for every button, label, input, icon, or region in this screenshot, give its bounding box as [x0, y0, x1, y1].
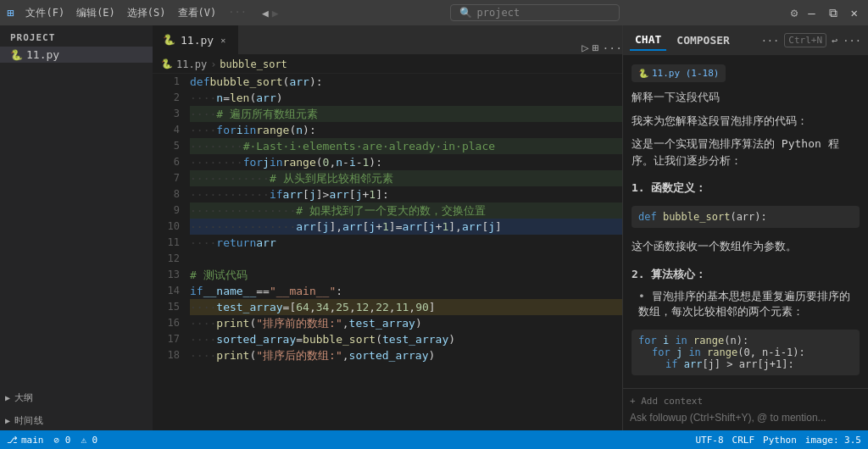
search-bar[interactable]: 🔍 project	[450, 4, 620, 21]
bullet-text: 冒泡排序的基本思想是重复遍历要排序的数组，每次比较相邻的两个元素：	[638, 290, 850, 318]
code-block-line-3: if arr[j] > arr[j+1]:	[638, 358, 853, 370]
ln-9: 9	[153, 202, 180, 219]
code-line-1: def bubble_sort(arr):	[190, 74, 622, 90]
ln-8: 8	[153, 186, 180, 202]
code-line-16: ····print("排序前的数组:", test_array)	[190, 315, 622, 331]
branch-name: main	[21, 435, 44, 446]
status-encoding[interactable]: UTF-8	[695, 435, 723, 446]
chat-section1-code: def bubble_sort(arr):	[632, 206, 860, 228]
bullet-dot: •	[638, 290, 652, 302]
code-line-4: ····for i in range(n):	[190, 122, 622, 138]
tab-11py[interactable]: 🐍 11.py ✕	[153, 25, 238, 54]
chat-assistant-desc: 这是一个实现冒泡排序算法的 Python 程序。让我们逐步分析：	[632, 136, 860, 169]
sidebar-timeline[interactable]: ▶ 时间线	[0, 411, 153, 430]
ln-1: 1	[153, 74, 180, 90]
settings-icon[interactable]: ⚙	[791, 6, 798, 19]
minimize-btn[interactable]: —	[804, 4, 818, 21]
tab-close-btn[interactable]: ✕	[219, 35, 227, 46]
code-block-line-1: for i in range(n):	[638, 335, 853, 346]
menu-view[interactable]: 查看(V)	[173, 4, 222, 22]
editor-area: 🐍 11.py ✕ ▷ ⊞ ··· 🐍 11.py › bubble_sort …	[153, 25, 622, 430]
code-block-line-2: for j in range(0, n-i-1):	[638, 346, 853, 358]
status-line-ending[interactable]: CRLF	[732, 435, 755, 446]
tab-file-icon: 🐍	[163, 34, 175, 46]
code-content[interactable]: def bubble_sort(arr): ····n = len(arr) ·…	[185, 74, 622, 430]
code-editor[interactable]: 1 2 3 4 5 6 7 8 9 10 11 12 13 14 15 16 1…	[153, 74, 622, 430]
status-branch[interactable]: ⎇ main	[7, 435, 44, 446]
status-language[interactable]: Python	[763, 435, 797, 446]
more-icon[interactable]: ···	[603, 42, 622, 54]
menu-bar: 文件(F) 编辑(E) 选择(S) 查看(V) ···	[20, 4, 251, 22]
chat-section1-title: 1. 函数定义：	[632, 180, 860, 196]
timeline-label: 时间线	[14, 414, 44, 427]
git-icon: ⎇	[7, 435, 18, 446]
chat-tab-chat[interactable]: CHAT	[630, 30, 666, 51]
chat-history-icon[interactable]: ↩	[832, 35, 837, 47]
status-image-info: image: 3.5	[805, 435, 861, 446]
nav-forward[interactable]: ▶	[272, 7, 279, 19]
chat-section2-bullet: • 冒泡排序的基本思想是重复遍历要排序的数组，每次比较相邻的两个元素：	[632, 289, 860, 319]
title-bar-left: ⊞ 文件(F) 编辑(E) 选择(S) 查看(V) ···	[7, 4, 252, 22]
ln-18: 18	[153, 347, 180, 363]
sidebar-item-file[interactable]: 🐍 11.py	[0, 47, 153, 63]
chevron-right-icon: ▶	[5, 393, 11, 402]
status-warnings[interactable]: ⚠ 0	[81, 435, 97, 446]
code-line-3: ····# 遍历所有数组元素	[190, 106, 622, 122]
menu-more[interactable]: ···	[223, 4, 252, 22]
ln-16: 16	[153, 315, 180, 331]
status-right: UTF-8 CRLF Python image: 3.5	[695, 435, 861, 446]
breadcrumb-file[interactable]: 11.py	[176, 58, 207, 70]
sidebar-project-header: PROJECT	[0, 25, 153, 47]
sidebar: PROJECT 🐍 11.py ▶ 大纲 ▶ 时间线	[0, 25, 153, 430]
chat-add-context[interactable]: + Add context	[630, 394, 861, 408]
chat-section2-code: for i in range(n): for j in range(0, n-i…	[632, 330, 860, 375]
run-icon[interactable]: ▷	[581, 41, 588, 54]
ln-10: 10	[153, 219, 180, 235]
split-icon[interactable]: ⊞	[593, 42, 599, 54]
chat-content: 🐍 11.py (1-18) 解释一下这段代码 我来为您解释这段冒泡排序的代码：…	[623, 56, 868, 388]
ln-17: 17	[153, 331, 180, 347]
editor-toolbar: ▷ ⊞ ···	[581, 41, 622, 54]
chat-header-icons: ··· Ctrl+N ↩ ···	[761, 33, 861, 47]
code-line-6: ········for j in range(0, n-i-1):	[190, 154, 622, 170]
title-bar: ⊞ 文件(F) 编辑(E) 选择(S) 查看(V) ··· ◀ ▶ 🔍 proj…	[0, 0, 868, 25]
nav-back[interactable]: ◀	[262, 7, 269, 19]
chat-file-reference[interactable]: 🐍 11.py (1-18)	[632, 64, 726, 82]
code-line-5: ········#·Last·i·elements·are·already·in…	[190, 138, 622, 154]
tab-bar: 🐍 11.py ✕ ▷ ⊞ ···	[153, 25, 622, 55]
ln-5: 5	[153, 138, 180, 154]
code-line-12	[190, 251, 622, 267]
code-line-13: # 测试代码	[190, 267, 622, 283]
title-center: 🔍 project	[284, 4, 786, 21]
breadcrumb-symbol[interactable]: bubble_sort	[220, 58, 287, 70]
file-icon: 🐍	[638, 69, 648, 78]
ln-11: 11	[153, 235, 180, 251]
code-line-14: if __name__ == "__main__":	[190, 283, 622, 299]
chat-more-icon[interactable]: ···	[761, 35, 780, 47]
chevron-right-icon-2: ▶	[5, 416, 11, 425]
sidebar-outline[interactable]: ▶ 大纲	[0, 388, 153, 407]
ln-7: 7	[153, 170, 180, 186]
tab-label: 11.py	[181, 34, 214, 47]
breadcrumb-sep: ›	[210, 58, 216, 70]
chat-user-message: 解释一下这段代码	[632, 89, 860, 106]
chat-tab-composer[interactable]: COMPOSER	[671, 30, 735, 50]
restore-btn[interactable]: ⧉	[826, 4, 841, 22]
status-errors[interactable]: ⊘ 0	[54, 435, 71, 446]
search-icon: 🔍	[459, 7, 472, 19]
code-line-2: ····n = len(arr)	[190, 90, 622, 106]
chat-section1-desc: 这个函数接收一个数组作为参数。	[632, 238, 860, 255]
file-ref-label: 11.py (1-18)	[652, 68, 719, 79]
menu-select[interactable]: 选择(S)	[122, 4, 171, 22]
menu-edit[interactable]: 编辑(E)	[71, 4, 120, 22]
chat-assistant-intro: 我来为您解释这段冒泡排序的代码：	[632, 113, 860, 130]
sidebar-file-label: 11.py	[26, 48, 59, 61]
line-numbers: 1 2 3 4 5 6 7 8 9 10 11 12 13 14 15 16 1…	[153, 74, 185, 430]
breadcrumb-file-icon: 🐍	[161, 58, 173, 69]
code-line-10: ················arr[j], arr[j+1] = arr[j…	[190, 219, 622, 235]
status-bar: ⎇ main ⊘ 0 ⚠ 0 UTF-8 CRLF Python image: …	[0, 430, 868, 449]
chat-input[interactable]	[630, 410, 861, 425]
menu-file[interactable]: 文件(F)	[20, 4, 70, 22]
close-btn[interactable]: ✕	[848, 4, 861, 21]
chat-settings-icon[interactable]: ···	[843, 35, 861, 47]
